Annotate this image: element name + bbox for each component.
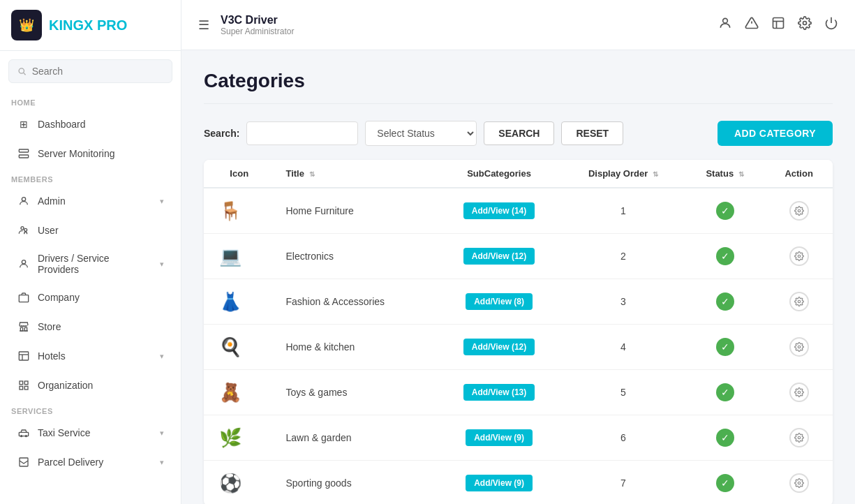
gear-icon[interactable]	[789, 292, 809, 311]
sidebar-item-store[interactable]: Store	[6, 313, 175, 341]
cell-display-order: 3	[562, 279, 685, 325]
cell-display-order: 5	[562, 370, 685, 415]
sidebar-item-label: Drivers / Service Providers	[38, 253, 153, 275]
status-select[interactable]: Select Status Active Inactive	[365, 121, 477, 146]
cell-action[interactable]	[765, 188, 833, 234]
cell-subcategories[interactable]: Add/View (13)	[436, 370, 562, 415]
cell-subcategories[interactable]: Add/View (12)	[436, 325, 562, 370]
user-profile-icon[interactable]	[718, 16, 732, 34]
subcategory-button[interactable]: Add/View (14)	[463, 202, 535, 219]
parcel-icon	[17, 455, 31, 469]
sidebar-search-bar[interactable]	[8, 59, 172, 83]
drivers-icon	[17, 257, 31, 271]
gear-icon[interactable]	[789, 473, 809, 493]
subcategory-button[interactable]: Add/View (12)	[463, 339, 535, 355]
svg-point-36	[798, 436, 801, 439]
status-badge: ✓	[716, 338, 734, 356]
topbar: ☰ V3C Driver Super Administrator	[181, 0, 855, 50]
subcategory-button[interactable]: Add/View (9)	[466, 475, 533, 491]
col-display-order[interactable]: Display Order ⇅	[562, 160, 685, 188]
admin-icon	[17, 194, 31, 208]
subcategory-button[interactable]: Add/View (13)	[463, 384, 535, 401]
status-badge: ✓	[716, 292, 734, 311]
cell-subcategories[interactable]: Add/View (14)	[436, 188, 562, 234]
sidebar-item-admin[interactable]: Admin ▾	[6, 187, 175, 215]
menu-toggle-icon[interactable]: ☰	[198, 17, 209, 33]
sort-icon: ⇅	[738, 170, 744, 178]
sidebar-item-parcel-delivery[interactable]: Parcel Delivery ▾	[6, 448, 175, 476]
cell-subcategories[interactable]: Add/View (9)	[436, 461, 562, 505]
status-badge: ✓	[716, 202, 734, 220]
status-badge: ✓	[716, 383, 734, 401]
svg-point-35	[798, 391, 801, 394]
sidebar-item-company[interactable]: Company	[6, 283, 175, 311]
power-icon[interactable]	[824, 16, 838, 34]
gear-icon[interactable]	[789, 383, 809, 402]
cell-icon: 👗	[204, 279, 274, 325]
user-icon	[17, 223, 31, 237]
cell-subcategories[interactable]: Add/View (9)	[436, 415, 562, 461]
app-name: V3C Driver	[221, 14, 707, 27]
sidebar-logo: 👑 KINGX PRO	[0, 0, 181, 51]
sidebar-item-server-monitoring[interactable]: Server Monitoring	[6, 140, 175, 168]
sidebar-item-label: Dashboard	[38, 119, 86, 130]
settings-icon[interactable]	[798, 16, 812, 34]
cell-status: ✓	[685, 415, 765, 461]
sidebar-item-dashboard[interactable]: ⊞ Dashboard	[6, 110, 175, 138]
cell-status: ✓	[685, 234, 765, 279]
cell-action[interactable]	[765, 461, 833, 505]
gear-icon[interactable]	[789, 337, 809, 357]
cell-action[interactable]	[765, 370, 833, 415]
logo-suffix: PRO	[93, 17, 127, 33]
col-status[interactable]: Status ⇅	[685, 160, 765, 188]
sidebar-item-label: Parcel Delivery	[38, 457, 103, 468]
category-icon: 💻	[215, 241, 246, 272]
subcategory-button[interactable]: Add/View (12)	[463, 248, 535, 265]
cell-action[interactable]	[765, 415, 833, 461]
cell-action[interactable]	[765, 279, 833, 325]
cell-display-order: 1	[562, 188, 685, 234]
add-category-button[interactable]: ADD CATEGORY	[718, 121, 833, 146]
cell-subcategories[interactable]: Add/View (8)	[436, 279, 562, 325]
sidebar-item-organization[interactable]: Organization	[6, 371, 175, 399]
sidebar-item-taxi-service[interactable]: Taxi Service ▾	[6, 419, 175, 447]
server-monitoring-icon	[17, 147, 31, 161]
category-search-input[interactable]	[246, 121, 358, 145]
gear-icon[interactable]	[789, 201, 809, 221]
page-body: Categories Search: Select Status Active …	[181, 50, 855, 504]
category-icon: 🌿	[215, 422, 246, 453]
search-button[interactable]: SEARCH	[484, 121, 554, 145]
cell-status: ✓	[685, 461, 765, 505]
subcategory-button[interactable]: Add/View (8)	[466, 293, 533, 310]
svg-rect-26	[773, 18, 784, 29]
svg-point-6	[22, 198, 25, 201]
alert-icon[interactable]	[745, 16, 759, 34]
sidebar-item-user[interactable]: User	[6, 216, 175, 244]
cell-title: Home & kitchen	[274, 325, 436, 370]
chevron-down-icon: ▾	[160, 458, 164, 467]
cell-action[interactable]	[765, 325, 833, 370]
table-row: 🌿 Lawn & garden Add/View (9) 6 ✓	[204, 415, 833, 461]
categories-table: Icon Title ⇅ SubCategories Display Order…	[204, 160, 833, 504]
svg-rect-12	[24, 327, 27, 331]
svg-point-34	[798, 346, 801, 348]
chevron-down-icon: ▾	[160, 197, 164, 206]
search-icon	[17, 66, 27, 76]
cell-status: ✓	[685, 325, 765, 370]
sidebar-item-drivers-service-providers[interactable]: Drivers / Service Providers ▾	[6, 246, 175, 282]
gear-icon[interactable]	[789, 246, 809, 266]
gear-icon[interactable]	[789, 428, 809, 447]
subcategory-button[interactable]: Add/View (9)	[466, 429, 533, 446]
sidebar-item-hotels[interactable]: Hotels ▾	[6, 342, 175, 370]
category-icon: 🪑	[215, 195, 246, 226]
sidebar-item-label: Taxi Service	[38, 427, 90, 438]
search-input[interactable]	[32, 66, 163, 77]
sort-icon: ⇅	[309, 170, 315, 178]
notes-icon[interactable]	[771, 16, 785, 34]
col-title[interactable]: Title ⇅	[274, 160, 436, 188]
reset-button[interactable]: RESET	[561, 121, 623, 145]
cell-subcategories[interactable]: Add/View (12)	[436, 234, 562, 279]
status-badge: ✓	[716, 247, 734, 265]
cell-action[interactable]	[765, 234, 833, 279]
svg-rect-2	[19, 149, 28, 152]
